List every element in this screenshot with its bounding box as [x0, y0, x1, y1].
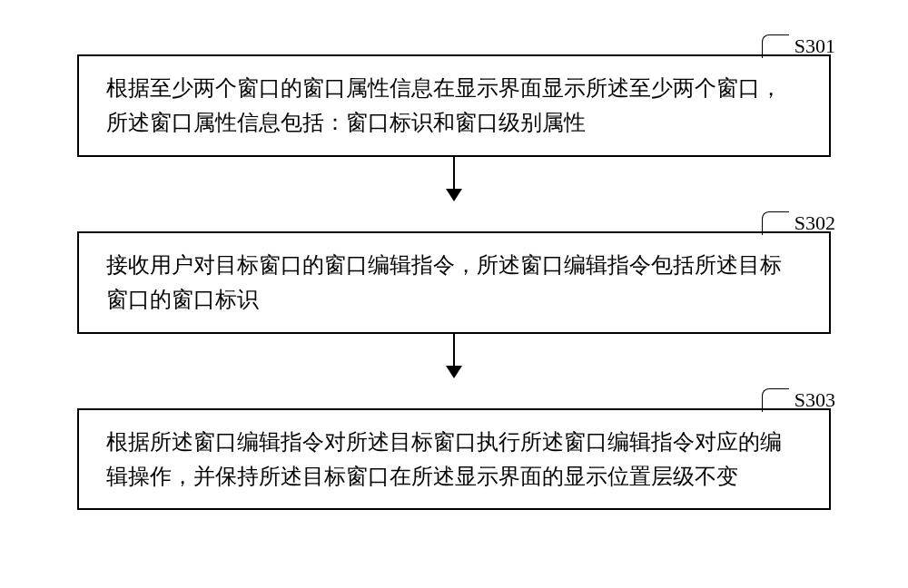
- arrow-2: [446, 334, 462, 381]
- step-1-label-wrap: S301: [762, 31, 835, 58]
- arrow-2-head: [446, 366, 462, 378]
- arrow-2-line: [453, 334, 455, 367]
- step-3-wrap: S303 根据所述窗口编辑指令对所述目标窗口执行所述窗口编辑指令对应的编辑操作，…: [45, 408, 863, 511]
- step-3-text: 根据所述窗口编辑指令对所述目标窗口执行所述窗口编辑指令对应的编辑操作，并保持所述…: [106, 425, 802, 495]
- step-2-label: S302: [794, 211, 835, 235]
- step-2-label-wrap: S302: [762, 208, 835, 235]
- step-2-connector: [762, 211, 789, 235]
- step-2-text: 接收用户对目标窗口的窗口编辑指令，所述窗口编辑指令包括所述目标窗口的窗口标识: [106, 248, 802, 318]
- step-3-label: S303: [794, 388, 835, 412]
- step-3-connector: [762, 388, 789, 412]
- step-3-box: 根据所述窗口编辑指令对所述目标窗口执行所述窗口编辑指令对应的编辑操作，并保持所述…: [77, 408, 831, 511]
- step-1-label: S301: [794, 34, 835, 58]
- step-2-wrap: S302 接收用户对目标窗口的窗口编辑指令，所述窗口编辑指令包括所述目标窗口的窗…: [45, 231, 863, 334]
- step-1-text: 根据至少两个窗口的窗口属性信息在显示界面显示所述至少两个窗口，所述窗口属性信息包…: [106, 71, 802, 141]
- step-3-label-wrap: S303: [762, 385, 835, 412]
- arrow-1: [446, 157, 462, 204]
- arrow-1-head: [446, 189, 462, 201]
- step-1-wrap: S301 根据至少两个窗口的窗口属性信息在显示界面显示所述至少两个窗口，所述窗口…: [45, 54, 863, 157]
- step-2-box: 接收用户对目标窗口的窗口编辑指令，所述窗口编辑指令包括所述目标窗口的窗口标识: [77, 231, 831, 334]
- step-1-connector: [762, 34, 789, 58]
- arrow-1-line: [453, 157, 455, 190]
- flowchart: S301 根据至少两个窗口的窗口属性信息在显示界面显示所述至少两个窗口，所述窗口…: [45, 27, 863, 510]
- step-1-box: 根据至少两个窗口的窗口属性信息在显示界面显示所述至少两个窗口，所述窗口属性信息包…: [77, 54, 831, 157]
